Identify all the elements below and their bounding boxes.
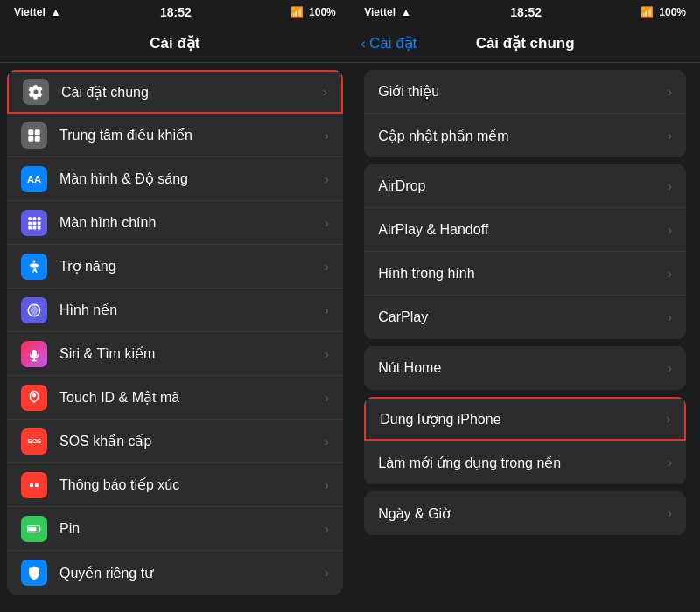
item-gioi-thieu[interactable]: Giới thiệu › [364, 70, 686, 114]
left-panel: Viettel ▲ 18:52 📶 100% Cài đặt Cài đặt c… [0, 0, 350, 612]
item-man-hinh-chinh[interactable]: Màn hình chính › [7, 201, 343, 245]
carrier-left: Viettel [14, 6, 46, 18]
chevron-cap-nhat: › [668, 129, 672, 143]
label-nut-home: Nút Home [378, 360, 668, 376]
chevron-ngay-gio: › [668, 506, 672, 520]
status-right-right: 📶 100% [640, 6, 686, 18]
chevron-touch-id: › [325, 391, 329, 405]
svg-rect-7 [28, 221, 32, 225]
item-pin[interactable]: Pin › [7, 507, 343, 551]
battery-left: 100% [309, 6, 336, 18]
svg-rect-11 [33, 226, 37, 229]
label-carplay: CarPlay [378, 309, 668, 325]
battery-icon-right: 📶 [640, 6, 654, 18]
label-touch-id: Touch ID & Mật mã [60, 389, 325, 406]
nav-title-left: Cài đặt [150, 34, 200, 52]
chevron-cai-dat-chung: › [323, 85, 327, 99]
right-group-2: AirDrop › AirPlay & Handoff › Hình trong… [364, 164, 686, 339]
chevron-man-hinh: › [325, 172, 329, 186]
item-thong-bao[interactable]: Thông báo tiếp xúc › [7, 463, 343, 507]
item-airdrop[interactable]: AirDrop › [364, 164, 686, 208]
status-left: Viettel ▲ [14, 6, 61, 18]
item-siri[interactable]: Siri & Tìm kiếm › [7, 332, 343, 376]
wifi-icon-right: ▲ [401, 6, 411, 18]
item-touch-id[interactable]: Touch ID & Mật mã › [7, 376, 343, 420]
item-hinh-nen[interactable]: Hình nền › [7, 289, 343, 332]
nav-back-right[interactable]: ‹ Cài đặt [360, 34, 416, 52]
icon-sos: SOS [21, 428, 47, 455]
item-tro-nang[interactable]: Trợ năng › [7, 245, 343, 289]
label-man-hinh-chinh: Màn hình chính [60, 215, 325, 231]
label-siri: Siri & Tìm kiếm [60, 345, 325, 362]
label-sos: SOS khẩn cấp [60, 433, 325, 449]
chevron-airdrop: › [668, 179, 672, 193]
wifi-icon-left: ▲ [51, 6, 61, 18]
item-man-hinh-do-sang[interactable]: AA Màn hình & Độ sáng › [7, 157, 343, 201]
svg-rect-22 [39, 527, 41, 530]
status-bar-left: Viettel ▲ 18:52 📶 100% [0, 0, 350, 24]
chevron-carplay: › [668, 310, 672, 324]
icon-touch-id [21, 385, 47, 411]
icon-trung-tam [21, 122, 47, 149]
label-gioi-thieu: Giới thiệu [378, 83, 668, 100]
label-hinh-trong-hinh: Hình trong hình [378, 266, 668, 282]
item-dung-luong[interactable]: Dung lượng iPhone › [364, 397, 686, 441]
item-quyen-rieng-tu[interactable]: Quyền riêng tư › [7, 551, 343, 595]
item-sos[interactable]: SOS SOS khẩn cấp › [7, 420, 343, 463]
chevron-man-hinh-chinh: › [325, 216, 329, 230]
chevron-hinh-nen: › [325, 303, 329, 317]
label-airdrop: AirDrop [378, 178, 668, 194]
svg-point-18 [30, 483, 34, 487]
icon-siri [21, 341, 47, 367]
svg-rect-9 [38, 221, 41, 225]
svg-rect-21 [28, 526, 36, 531]
svg-rect-0 [28, 129, 33, 135]
chevron-dung-luong: › [666, 412, 670, 426]
icon-thong-bao [21, 472, 47, 498]
label-thong-bao: Thông báo tiếp xúc [60, 476, 325, 493]
label-lam-moi: Làm mới ứng dụng trong nền [378, 455, 668, 471]
label-ngay-gio: Ngày & Giờ [378, 505, 668, 522]
status-left-right: Viettel ▲ [364, 6, 411, 18]
chevron-thong-bao: › [325, 478, 329, 492]
chevron-pin: › [325, 522, 329, 536]
carrier-right: Viettel [364, 6, 396, 18]
label-quyen-rieng-tu: Quyền riêng tư [60, 565, 325, 581]
label-tro-nang: Trợ năng [60, 258, 325, 275]
right-group-1: Giới thiệu › Cập nhật phần mềm › [364, 70, 686, 157]
label-hinh-nen: Hình nền [60, 302, 325, 318]
item-lam-moi[interactable]: Làm mới ứng dụng trong nền › [364, 441, 686, 484]
settings-list-left: Cài đặt chung › Trung tâm điều khiển › A… [0, 63, 350, 612]
chevron-siri: › [325, 347, 329, 361]
chevron-hinh-trong-hinh: › [668, 267, 672, 281]
label-cap-nhat: Cập nhật phần mềm [378, 128, 668, 144]
icon-tro-nang [21, 254, 47, 280]
svg-rect-5 [33, 217, 37, 220]
status-bar-right: Viettel ▲ 18:52 📶 100% [350, 0, 700, 24]
item-airplay-handoff[interactable]: AirPlay & Handoff › [364, 208, 686, 252]
chevron-back-icon: ‹ [360, 35, 366, 52]
chevron-tro-nang: › [325, 260, 329, 274]
right-panel: Viettel ▲ 18:52 📶 100% ‹ Cài đặt Cài đặt… [350, 0, 700, 612]
svg-rect-8 [33, 221, 37, 225]
item-carplay[interactable]: CarPlay › [364, 296, 686, 339]
item-nut-home[interactable]: Nút Home › [364, 346, 686, 390]
item-cai-dat-chung[interactable]: Cài đặt chung › [7, 70, 343, 114]
label-airplay-handoff: AirPlay & Handoff [378, 222, 668, 238]
item-cap-nhat[interactable]: Cập nhật phần mềm › [364, 114, 686, 157]
item-trung-tam[interactable]: Trung tâm điều khiển › [7, 114, 343, 157]
svg-rect-4 [28, 217, 32, 220]
icon-cai-dat-chung [23, 79, 49, 105]
label-cai-dat-chung: Cài đặt chung [61, 84, 323, 101]
chevron-trung-tam: › [325, 129, 329, 143]
item-ngay-gio[interactable]: Ngày & Giờ › [364, 491, 686, 535]
label-man-hinh: Màn hình & Độ sáng [60, 170, 325, 187]
icon-quyen-rieng-tu [21, 560, 47, 586]
item-hinh-trong-hinh[interactable]: Hình trong hình › [364, 252, 686, 296]
settings-list-right: Giới thiệu › Cập nhật phần mềm › AirDrop… [350, 63, 700, 612]
back-label: Cài đặt [369, 34, 416, 52]
nav-header-right: ‹ Cài đặt Cài đặt chung [350, 24, 700, 63]
right-group-3: Nút Home › [364, 346, 686, 390]
svg-point-13 [33, 260, 36, 262]
label-trung-tam: Trung tâm điều khiển [60, 127, 325, 143]
